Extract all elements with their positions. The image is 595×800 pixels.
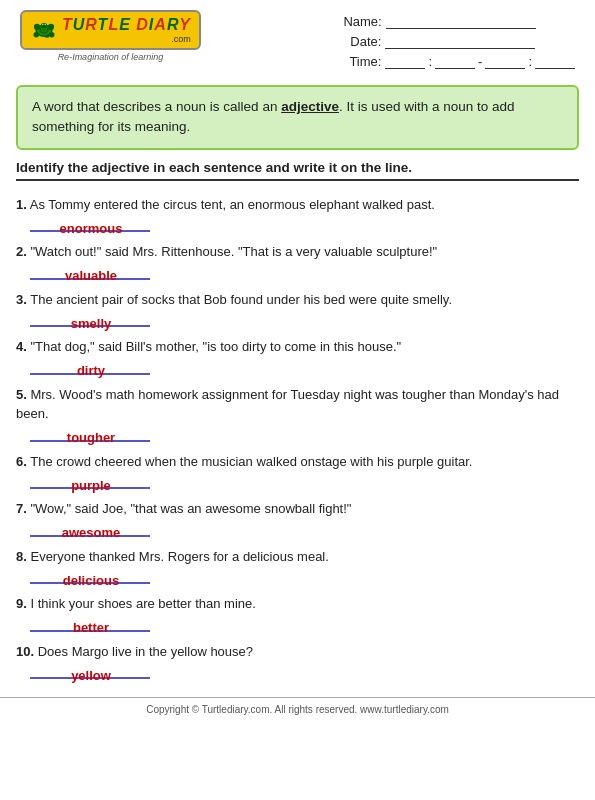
answer-row-4: dirty bbox=[30, 359, 579, 375]
answer-text-4: dirty bbox=[32, 363, 150, 378]
header: TURTLE DIARY .com Re-Imagination of lear… bbox=[0, 0, 595, 77]
answer-row-5: tougher bbox=[30, 426, 579, 442]
answer-text-5: tougher bbox=[32, 430, 150, 445]
question-item-9: 9. I think your shoes are better than mi… bbox=[16, 594, 579, 632]
question-text-6: 6. The crowd cheered when the musician w… bbox=[16, 452, 579, 472]
definition-box: A word that describes a noun is called a… bbox=[16, 85, 579, 150]
logo-text: TURTLE DIARY bbox=[62, 16, 191, 34]
question-item-1: 1. As Tommy entered the circus tent, an … bbox=[16, 195, 579, 233]
turtle-icon bbox=[30, 19, 58, 41]
answer-row-8: delicious bbox=[30, 568, 579, 584]
definition-keyword: adjective bbox=[281, 99, 339, 114]
time-h2 bbox=[485, 55, 525, 69]
question-text-8: 8. Everyone thanked Mrs. Rogers for a de… bbox=[16, 547, 579, 567]
time-sep1: : bbox=[428, 54, 432, 69]
logo-tagline: Re-Imagination of learning bbox=[58, 52, 164, 62]
question-text-5: 5. Mrs. Wood's math homework assignment … bbox=[16, 385, 579, 424]
definition-text1: A word that describes a noun is called a… bbox=[32, 99, 281, 114]
question-item-6: 6. The crowd cheered when the musician w… bbox=[16, 452, 579, 490]
question-item-7: 7. "Wow," said Joe, "that was an awesome… bbox=[16, 499, 579, 537]
date-field-row: Date: bbox=[343, 34, 575, 49]
date-line bbox=[385, 35, 535, 49]
answer-text-3: smelly bbox=[32, 316, 150, 331]
answer-text-7: awesome bbox=[32, 525, 150, 540]
question-text-2: 2. "Watch out!" said Mrs. Rittenhouse. "… bbox=[16, 242, 579, 262]
question-text-9: 9. I think your shoes are better than mi… bbox=[16, 594, 579, 614]
logo-area: TURTLE DIARY .com Re-Imagination of lear… bbox=[20, 10, 201, 62]
time-label: Time: bbox=[343, 54, 381, 69]
answer-text-8: delicious bbox=[32, 573, 150, 588]
question-item-3: 3. The ancient pair of socks that Bob fo… bbox=[16, 290, 579, 328]
question-text-3: 3. The ancient pair of socks that Bob fo… bbox=[16, 290, 579, 310]
answer-row-3: smelly bbox=[30, 311, 579, 327]
question-item-5: 5. Mrs. Wood's math homework assignment … bbox=[16, 385, 579, 442]
answer-row-9: better bbox=[30, 616, 579, 632]
name-line bbox=[386, 15, 536, 29]
name-field-row: Name: bbox=[343, 14, 575, 29]
questions-section: 1. As Tommy entered the circus tent, an … bbox=[0, 181, 595, 690]
answer-text-10: yellow bbox=[32, 668, 150, 683]
svg-point-8 bbox=[45, 24, 46, 25]
question-item-10: 10. Does Margo live in the yellow house?… bbox=[16, 642, 579, 680]
time-row: : - : bbox=[385, 54, 575, 69]
answer-row-10: yellow bbox=[30, 663, 579, 679]
name-label: Name: bbox=[343, 14, 381, 29]
question-text-7: 7. "Wow," said Joe, "that was an awesome… bbox=[16, 499, 579, 519]
svg-point-7 bbox=[42, 24, 43, 25]
svg-point-5 bbox=[49, 32, 54, 37]
time-m1 bbox=[435, 55, 475, 69]
time-sep3: : bbox=[528, 54, 532, 69]
question-item-4: 4. "That dog," said Bill's mother, "is t… bbox=[16, 337, 579, 375]
svg-point-2 bbox=[34, 24, 40, 30]
answer-text-6: purple bbox=[32, 478, 150, 493]
answer-row-6: purple bbox=[30, 473, 579, 489]
question-text-10: 10. Does Margo live in the yellow house? bbox=[16, 642, 579, 662]
answer-text-1: enormous bbox=[32, 221, 150, 236]
svg-point-9 bbox=[45, 35, 50, 38]
question-item-2: 2. "Watch out!" said Mrs. Rittenhouse. "… bbox=[16, 242, 579, 280]
answer-text-9: better bbox=[32, 620, 150, 635]
time-field-row: Time: : - : bbox=[343, 54, 575, 69]
answer-text-2: valuable bbox=[32, 268, 150, 283]
question-text-1: 1. As Tommy entered the circus tent, an … bbox=[16, 195, 579, 215]
question-item-8: 8. Everyone thanked Mrs. Rogers for a de… bbox=[16, 547, 579, 585]
time-m2 bbox=[535, 55, 575, 69]
svg-point-4 bbox=[34, 32, 39, 37]
svg-point-3 bbox=[48, 24, 54, 30]
time-sep2: - bbox=[478, 54, 482, 69]
logo-box: TURTLE DIARY .com bbox=[20, 10, 201, 50]
answer-row-7: awesome bbox=[30, 521, 579, 537]
footer: Copyright © Turtlediary.com. All rights … bbox=[0, 697, 595, 719]
answer-row-1: enormous bbox=[30, 216, 579, 232]
answer-row-2: valuable bbox=[30, 264, 579, 280]
logo-com: .com bbox=[171, 34, 191, 44]
date-label: Date: bbox=[343, 34, 381, 49]
instructions: Identify the adjective in each sentence … bbox=[16, 160, 579, 181]
header-fields: Name: Date: Time: : - : bbox=[343, 14, 575, 69]
question-text-4: 4. "That dog," said Bill's mother, "is t… bbox=[16, 337, 579, 357]
time-h1 bbox=[385, 55, 425, 69]
